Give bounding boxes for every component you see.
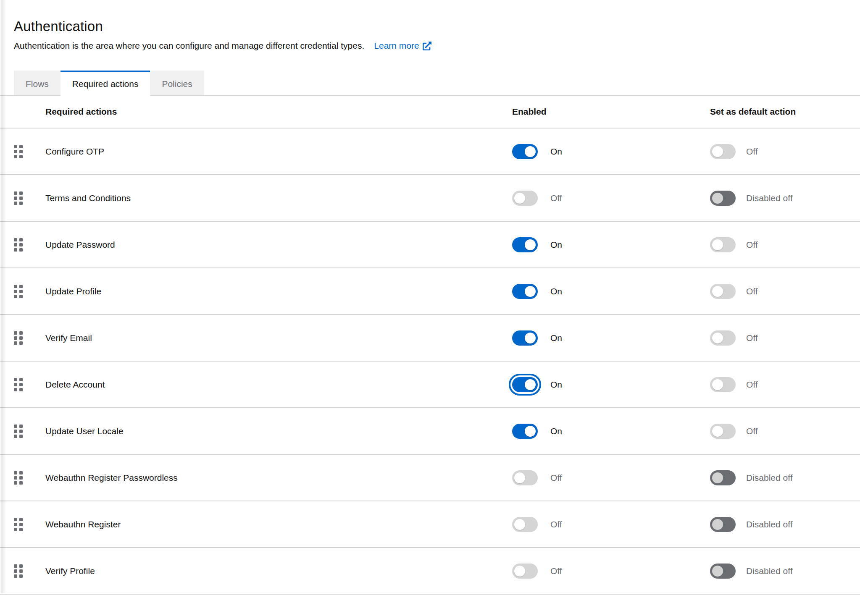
toggle-knob [525,426,536,437]
enabled-toggle-wrap [512,237,538,252]
table-row: Configure OTP On Off [0,128,860,174]
toggle-knob [712,379,723,390]
toggle-knob [514,519,525,530]
default-action-toggle[interactable] [710,377,736,392]
default-action-toggle[interactable] [710,237,736,252]
enabled-toggle[interactable] [512,470,538,485]
required-actions-table: Required actions Enabled Set as default … [0,96,860,595]
row-label: Verify Profile [32,566,512,576]
toggle-knob [712,286,723,297]
default-toggle-wrap [710,284,736,299]
drag-handle-icon[interactable] [14,378,32,391]
tab-flows[interactable]: Flows [14,71,60,95]
enabled-state-label: Off [550,566,562,576]
learn-more-label: Learn more [374,41,419,51]
enabled-state-label: Off [550,473,562,483]
enabled-toggle[interactable] [512,284,538,299]
default-action-toggle[interactable] [710,330,736,346]
enabled-state-label: Off [550,193,562,203]
toggle-knob [712,566,723,577]
default-toggle-wrap [710,517,736,532]
enabled-toggle-wrap [512,191,538,206]
enabled-toggle[interactable] [512,237,538,252]
toggle-knob [525,333,536,343]
default-state-label: Off [746,380,758,390]
table-row: Update User Locale On Off [0,407,860,454]
enabled-toggle-wrap [512,424,538,439]
default-action-toggle[interactable] [710,517,736,532]
table-row: Update Profile On Off [0,267,860,314]
row-label: Verify Email [32,333,512,343]
toggle-knob [712,519,723,530]
default-state-label: Disabled off [746,193,793,203]
enabled-state-label: On [550,426,562,436]
enabled-toggle[interactable] [512,517,538,532]
default-toggle-wrap [710,191,736,206]
row-label: Webauthn Register [32,519,512,529]
enabled-toggle-wrap [512,330,538,346]
table-body: Configure OTP On Off Terms and Condition… [0,128,860,594]
default-toggle-wrap [710,237,736,252]
drag-handle-icon[interactable] [14,285,32,298]
default-action-toggle[interactable] [710,564,736,579]
toggle-knob [514,472,525,483]
enabled-toggle-wrap [512,564,538,579]
default-toggle-wrap [710,330,736,346]
tabs: Flows Required actions Policies [0,71,860,96]
toggle-knob [514,193,525,204]
column-header-enabled: Enabled [512,107,710,117]
default-action-toggle[interactable] [710,470,736,485]
enabled-toggle[interactable] [512,377,538,392]
toggle-knob [525,286,536,297]
default-state-label: Off [746,333,758,343]
table-row: Verify Email On Off [0,314,860,361]
default-state-label: Off [746,240,758,250]
default-action-toggle[interactable] [710,284,736,299]
toggle-knob [712,333,723,343]
tab-required-actions[interactable]: Required actions [60,71,150,96]
enabled-state-label: On [550,240,562,250]
default-action-toggle[interactable] [710,144,736,159]
drag-handle-icon[interactable] [14,564,32,578]
enabled-toggle[interactable] [512,424,538,439]
enabled-toggle[interactable] [512,564,538,579]
enabled-state-label: On [550,147,562,157]
enabled-state-label: On [550,333,562,343]
table-row: Webauthn Register Off Disabled off [0,501,860,547]
toggle-knob [525,239,536,250]
drag-handle-icon[interactable] [14,331,32,345]
enabled-toggle[interactable] [512,330,538,346]
toggle-knob [712,146,723,157]
tab-policies[interactable]: Policies [150,71,204,95]
default-toggle-wrap [710,144,736,159]
drag-handle-icon[interactable] [14,145,32,158]
enabled-toggle-wrap [512,470,538,485]
enabled-toggle[interactable] [512,144,538,159]
enabled-toggle-wrap [512,517,538,532]
enabled-toggle[interactable] [512,191,538,206]
drag-handle-icon[interactable] [14,191,32,205]
default-state-label: Disabled off [746,473,793,483]
default-action-toggle[interactable] [710,424,736,439]
drag-handle-icon[interactable] [14,238,32,252]
toggle-knob [525,379,536,390]
table-row: Webauthn Register Passwordless Off Disab… [0,454,860,501]
page-title: Authentication [14,18,843,34]
table-row: Verify Profile Off Disabled off [0,547,860,594]
enabled-state-label: On [550,286,562,296]
toggle-knob [525,146,536,157]
page-description: Authentication is the area where you can… [14,41,364,51]
toggle-knob [712,426,723,437]
default-action-toggle[interactable] [710,191,736,206]
learn-more-link[interactable]: Learn more [374,41,431,51]
table-row: Update Password On Off [0,221,860,267]
default-state-label: Off [746,147,758,157]
drag-handle-icon[interactable] [14,471,32,485]
drag-handle-icon[interactable] [14,425,32,438]
toggle-knob [712,193,723,204]
drag-handle-icon[interactable] [14,518,32,531]
table-row: Delete Account On Off [0,361,860,407]
external-link-icon [423,42,431,50]
default-toggle-wrap [710,470,736,485]
default-state-label: Disabled off [746,566,793,576]
